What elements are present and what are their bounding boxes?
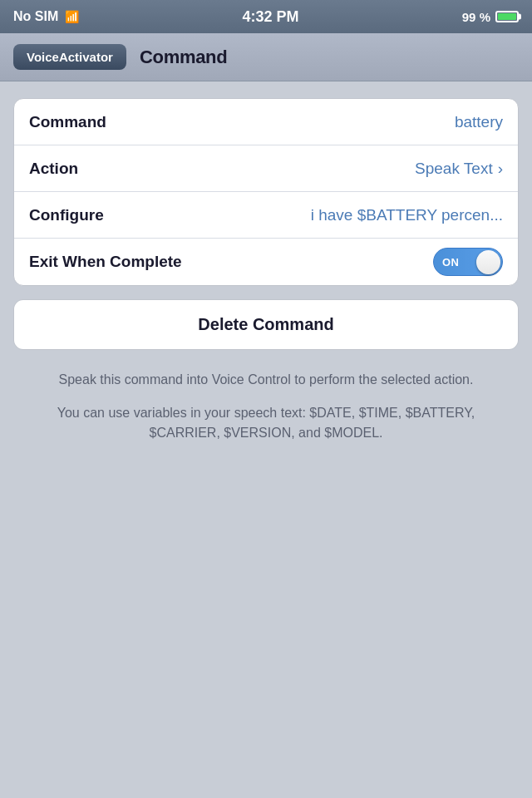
settings-card: Command battery Action Speak Text › Conf…	[13, 98, 519, 286]
configure-value: i have $BATTERY percen...	[195, 206, 503, 224]
battery-icon	[495, 11, 519, 22]
footer-line1: Speak this command into Voice Control to…	[27, 370, 505, 390]
footer-line2: You can use variables in your speech tex…	[27, 403, 505, 443]
toggle-on-label: ON	[442, 256, 460, 268]
action-row[interactable]: Action Speak Text ›	[14, 145, 518, 192]
command-row[interactable]: Command battery	[14, 99, 518, 145]
delete-command-button[interactable]: Delete Command	[14, 300, 518, 349]
status-bar: No SIM 📶 4:32 PM 99 %	[0, 0, 532, 33]
toggle-container: ON	[195, 248, 503, 276]
battery-percent: 99 %	[462, 10, 490, 24]
command-label: Command	[29, 113, 195, 131]
carrier-label: No SIM	[13, 9, 58, 24]
toggle-thumb	[476, 250, 500, 274]
toggle-track: ON	[433, 248, 503, 276]
command-value: battery	[195, 113, 503, 131]
page-title: Command	[140, 47, 519, 68]
wifi-icon: 📶	[65, 10, 79, 23]
action-value-container: Speak Text ›	[195, 160, 503, 178]
footer-text: Speak this command into Voice Control to…	[13, 370, 519, 443]
exit-label: Exit When Complete	[29, 253, 195, 271]
exit-when-complete-row: Exit When Complete ON	[14, 239, 518, 285]
configure-row[interactable]: Configure i have $BATTERY percen...	[14, 192, 518, 239]
configure-label: Configure	[29, 206, 195, 224]
nav-bar: VoiceActivator Command	[0, 33, 532, 81]
exit-when-complete-toggle[interactable]: ON	[433, 248, 503, 276]
back-button[interactable]: VoiceActivator	[13, 44, 126, 70]
chevron-right-icon: ›	[498, 160, 503, 178]
status-time: 4:32 PM	[242, 8, 298, 26]
delete-card: Delete Command	[13, 299, 519, 350]
status-left: No SIM 📶	[13, 9, 79, 24]
action-label: Action	[29, 160, 195, 178]
status-right: 99 %	[462, 10, 519, 24]
content-area: Command battery Action Speak Text › Conf…	[0, 81, 532, 473]
action-value: Speak Text	[415, 160, 493, 178]
